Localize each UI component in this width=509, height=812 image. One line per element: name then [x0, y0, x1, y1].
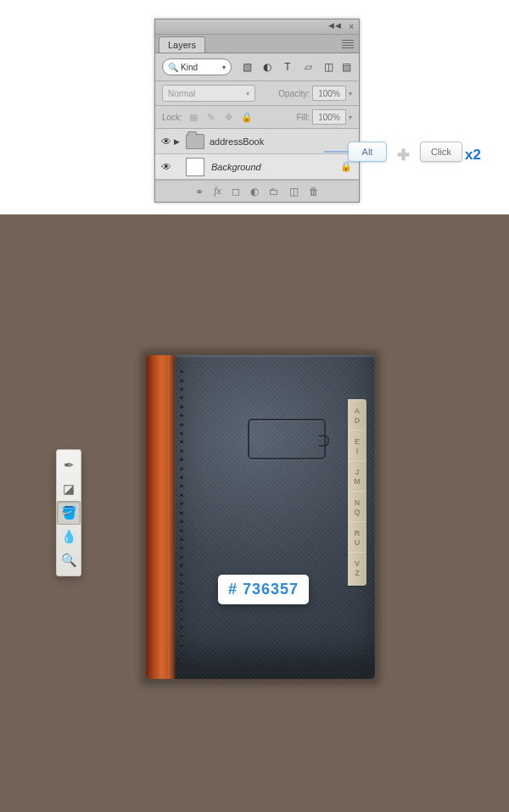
- key-click: Click: [420, 142, 462, 162]
- panel-menu-icon[interactable]: [342, 39, 354, 49]
- visibility-icon[interactable]: 👁: [159, 161, 174, 173]
- index-tab: VZ: [348, 552, 366, 586]
- blend-mode-select[interactable]: Normal ▾: [162, 85, 255, 102]
- fill-label: Fill:: [296, 113, 310, 122]
- hex-color-badge: # 736357: [218, 575, 309, 604]
- group-icon[interactable]: 🗀: [269, 186, 279, 197]
- multiplier-label: x2: [465, 147, 481, 164]
- layer-thumbnail: [186, 158, 204, 176]
- filter-row: 🔍 Kind ▾ ▧ ◐ T ▱ ◫ ▤: [155, 53, 359, 81]
- callout-connector: [324, 151, 348, 153]
- lock-image-icon[interactable]: ✎: [205, 111, 217, 123]
- new-layer-icon[interactable]: ◫: [289, 186, 299, 197]
- lock-transparent-icon[interactable]: ▦: [187, 111, 199, 123]
- blend-row: Normal ▾ Opacity: 100% ▾: [155, 81, 359, 106]
- panel-header: ◀◀ ×: [155, 19, 359, 35]
- fill-input[interactable]: 100%: [312, 109, 346, 125]
- lock-label: Lock:: [162, 113, 182, 122]
- plus-icon: ✚: [397, 146, 410, 164]
- filter-smart-icon[interactable]: ◫: [322, 60, 335, 74]
- layer-row-background[interactable]: 👁 Background 🔒: [155, 154, 359, 180]
- adjustment-icon[interactable]: ◐: [250, 186, 259, 197]
- folder-icon: [186, 134, 204, 149]
- opacity-input[interactable]: 100%: [312, 86, 346, 101]
- fx-icon[interactable]: fx: [214, 185, 221, 197]
- mask-icon[interactable]: ◻: [232, 186, 240, 197]
- chevron-down-icon[interactable]: ▾: [349, 90, 352, 97]
- cover-label-plate: [248, 419, 326, 459]
- dodge-tool-icon[interactable]: 🔍: [57, 548, 81, 572]
- filter-toggle-icon[interactable]: ▤: [340, 60, 352, 74]
- close-icon[interactable]: ×: [349, 22, 354, 31]
- index-tab: NQ: [348, 491, 366, 525]
- eraser-tool-icon[interactable]: ◪: [57, 477, 81, 501]
- panel-footer: ⚭ fx ◻ ◐ 🗀 ◫ 🗑: [155, 180, 359, 202]
- collapse-arrows-icon[interactable]: ◀◀: [328, 21, 342, 30]
- tab-layers[interactable]: Layers: [159, 36, 205, 53]
- panel-tab-row: Layers: [155, 35, 359, 53]
- opacity-label: Opacity:: [278, 89, 310, 98]
- layer-name: Background: [211, 162, 261, 172]
- layer-list: 👁 ▶ addressBook 👁 Background 🔒: [155, 129, 359, 180]
- index-tabs: ADEIJMNQRUVZ: [348, 399, 366, 582]
- filter-icons: ▧ ◐ T ▱ ◫: [240, 60, 335, 74]
- blur-tool-icon[interactable]: 💧: [57, 525, 81, 548]
- trash-icon[interactable]: 🗑: [309, 186, 319, 197]
- blend-mode-value: Normal: [168, 89, 195, 98]
- lock-position-icon[interactable]: ✥: [223, 111, 235, 123]
- layer-name: addressBook: [210, 136, 264, 147]
- visibility-icon[interactable]: 👁: [159, 136, 174, 147]
- filter-pixel-icon[interactable]: ▧: [240, 60, 254, 74]
- filter-type-icon[interactable]: T: [281, 60, 294, 74]
- mini-toolbar: ✒ ◪ 🪣 💧 🔍: [56, 449, 81, 576]
- filter-kind-select[interactable]: 🔍 Kind ▾: [162, 58, 232, 75]
- index-tab: EI: [348, 430, 366, 464]
- filter-adjust-icon[interactable]: ◐: [260, 60, 274, 74]
- index-tab: AD: [348, 399, 366, 433]
- filter-kind-label: Kind: [181, 63, 198, 72]
- lock-all-icon[interactable]: 🔒: [241, 111, 253, 123]
- bucket-tool-icon[interactable]: 🪣: [57, 501, 81, 525]
- lock-row: Lock: ▦ ✎ ✥ 🔒 Fill: 100% ▾: [155, 106, 359, 129]
- index-tab: JM: [348, 460, 366, 494]
- search-icon: 🔍: [168, 63, 178, 72]
- chevron-down-icon[interactable]: ▾: [349, 114, 352, 121]
- address-book-artwork: ADEIJMNQRUVZ # 736357: [146, 355, 375, 679]
- disclosure-icon[interactable]: ▶: [174, 137, 186, 146]
- gradient-tool-icon[interactable]: ✒: [57, 453, 81, 477]
- index-tab: RU: [348, 521, 366, 555]
- link-icon[interactable]: ⚭: [195, 186, 204, 197]
- chevron-down-icon: ▾: [246, 90, 249, 97]
- lock-icon[interactable]: 🔒: [340, 161, 352, 172]
- chevron-down-icon: ▾: [222, 64, 226, 71]
- filter-shape-icon[interactable]: ▱: [301, 60, 315, 74]
- layers-panel: ◀◀ × Layers 🔍 Kind ▾ ▧ ◐ T ▱ ◫ ▤ Normal …: [154, 19, 360, 203]
- key-alt: Alt: [348, 142, 387, 162]
